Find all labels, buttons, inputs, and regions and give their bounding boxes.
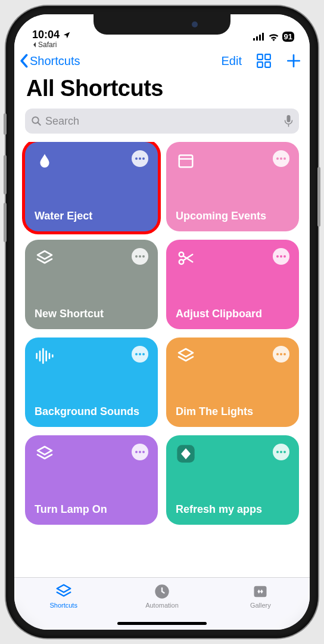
drop-icon <box>35 150 55 171</box>
search-icon <box>31 116 42 126</box>
home-indicator[interactable] <box>117 622 207 625</box>
tile-options-button[interactable] <box>273 444 289 460</box>
tile-options-button[interactable] <box>132 150 148 167</box>
gallery-icon <box>251 583 269 600</box>
tile-options-button[interactable] <box>132 248 148 265</box>
phone-frame: 10:04 Safari 91 Shortcuts Edit <box>6 6 318 638</box>
scissors-icon <box>176 248 196 268</box>
shortcut-tile[interactable]: Water Eject <box>25 142 158 231</box>
tile-options-button[interactable] <box>273 248 289 265</box>
add-button[interactable] <box>286 53 301 69</box>
tab-label: Automation <box>145 602 179 609</box>
wifi-icon <box>268 33 279 41</box>
side-button <box>4 155 7 194</box>
calendar-icon <box>176 150 196 171</box>
shortcut-tile[interactable]: Upcoming Events <box>166 142 299 231</box>
shortcuts-grid: Water EjectUpcoming EventsNew ShortcutAd… <box>25 142 299 525</box>
phone-screen: 10:04 Safari 91 Shortcuts Edit <box>14 14 310 630</box>
chevron-left-icon <box>20 54 29 68</box>
svg-rect-3 <box>262 33 264 41</box>
tile-label: New Shortcut <box>35 308 148 321</box>
side-button <box>317 167 320 227</box>
tile-options-button[interactable] <box>132 444 148 460</box>
layers-icon <box>35 444 55 464</box>
nav-bar: Shortcuts Edit <box>14 50 310 73</box>
svg-rect-9 <box>287 115 291 122</box>
tab-label: Shortcuts <box>49 602 77 609</box>
tile-label: Adjust Clipboard <box>176 308 289 321</box>
layers-icon <box>35 248 55 268</box>
layers-icon <box>176 346 196 366</box>
shortcut-tile[interactable]: Dim The Lights <box>166 338 299 427</box>
tile-options-button[interactable] <box>132 346 148 363</box>
side-button <box>4 203 7 242</box>
svg-rect-1 <box>256 36 258 41</box>
tile-options-button[interactable] <box>273 150 289 167</box>
clock-icon <box>153 583 171 600</box>
tile-label: Background Sounds <box>35 405 148 419</box>
shortcut-tile[interactable]: Adjust Clipboard <box>166 240 299 329</box>
tab-automation[interactable]: Automation <box>126 583 198 609</box>
back-app-label: Safari <box>38 41 57 49</box>
page-title: All Shortcuts <box>14 73 310 109</box>
search-placeholder: Search <box>45 115 281 128</box>
tile-label: Dim The Lights <box>176 405 289 419</box>
tab-shortcuts[interactable]: Shortcuts <box>28 583 99 609</box>
tile-label: Turn Lamp On <box>35 503 148 516</box>
notch <box>94 14 230 35</box>
shortcut-tile[interactable]: Background Sounds <box>25 338 158 427</box>
location-icon <box>63 31 71 39</box>
tile-label: Refresh my apps <box>176 503 289 516</box>
status-time: 10:04 <box>32 29 60 41</box>
edit-button[interactable]: Edit <box>222 54 242 68</box>
svg-rect-2 <box>259 35 261 41</box>
waveform-icon <box>35 346 55 366</box>
back-button[interactable]: Shortcuts <box>20 54 80 68</box>
search-row: Search <box>14 109 310 142</box>
svg-rect-7 <box>265 62 270 67</box>
svg-rect-0 <box>253 38 255 41</box>
svg-rect-10 <box>179 155 193 167</box>
svg-rect-6 <box>257 62 263 67</box>
shortcut-tile[interactable]: Refresh my apps <box>166 435 299 525</box>
tab-gallery[interactable]: Gallery <box>225 583 296 609</box>
grid-view-icon[interactable] <box>256 53 272 69</box>
layers-icon <box>55 583 73 600</box>
side-button <box>4 113 7 135</box>
battery-indicator: 91 <box>282 32 294 42</box>
tile-options-button[interactable] <box>273 346 289 363</box>
search-input[interactable]: Search <box>25 109 299 134</box>
back-to-app-button[interactable]: Safari <box>32 41 71 49</box>
tile-label: Upcoming Events <box>176 210 289 223</box>
tile-label: Water Eject <box>35 210 148 223</box>
status-right: 91 <box>253 32 294 49</box>
back-label: Shortcuts <box>30 54 80 68</box>
shortcut-tile[interactable]: Turn Lamp On <box>25 435 158 525</box>
tab-label: Gallery <box>250 602 271 609</box>
svg-rect-5 <box>265 54 270 60</box>
shortcuts-grid-area: Water EjectUpcoming EventsNew ShortcutAd… <box>14 142 310 577</box>
mic-icon[interactable] <box>284 115 293 127</box>
cellular-icon <box>253 33 265 41</box>
diamond-icon <box>176 444 196 464</box>
shortcut-tile[interactable]: New Shortcut <box>25 240 158 329</box>
svg-rect-4 <box>257 54 263 60</box>
